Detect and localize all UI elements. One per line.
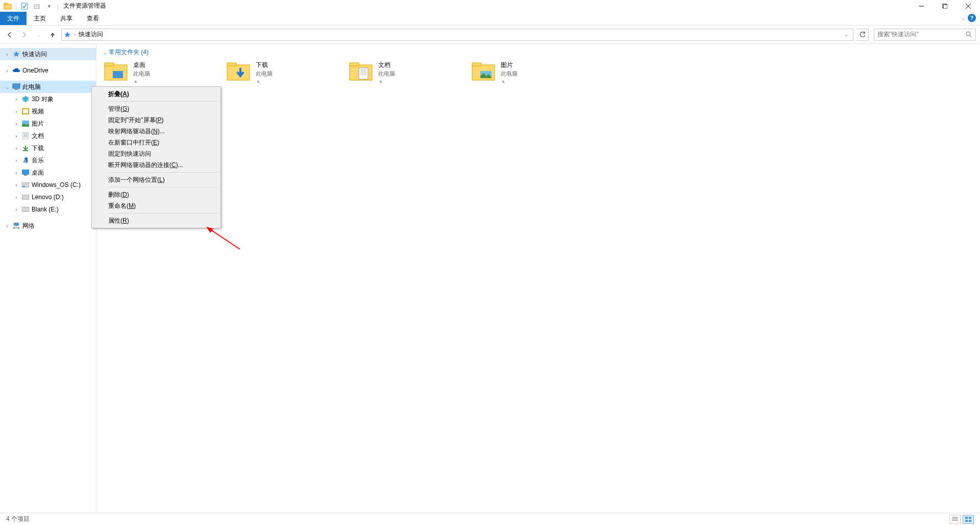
svg-rect-44 [472, 63, 481, 66]
tab-home[interactable]: 主页 [27, 12, 53, 25]
tree-network[interactable]: › 网络 [0, 220, 96, 232]
folder-name: 图片 [501, 61, 518, 69]
tree-label: Windows_OS (C:) [32, 181, 81, 188]
tree-drive-c[interactable]: › Windows_OS (C:) [0, 179, 96, 191]
tree-3d-objects[interactable]: › 3D 对象 [0, 93, 96, 105]
folder-location: 此电脑 [133, 70, 150, 78]
folder-icon [104, 61, 128, 85]
tree-label: Lenovo (D:) [32, 194, 64, 201]
search-box[interactable]: 搜索"快速访问" [874, 29, 976, 41]
app-icon [3, 2, 12, 11]
folder-icon [349, 61, 373, 85]
tree-music[interactable]: › 音乐 [0, 154, 96, 166]
expander-icon[interactable]: › [4, 68, 10, 74]
refresh-button[interactable] [856, 29, 869, 41]
ctx-open-new-window[interactable]: 在新窗口中打开(E) [93, 137, 219, 148]
tree-pictures[interactable]: › 图片 [0, 117, 96, 130]
ctx-manage[interactable]: 管理(G) [93, 103, 219, 114]
tab-share[interactable]: 共享 [53, 12, 80, 25]
svg-rect-21 [22, 170, 29, 175]
drive-icon [21, 193, 30, 201]
svg-rect-27 [14, 223, 19, 226]
folder-name: 文档 [378, 61, 395, 69]
expander-icon[interactable]: ⌵ [4, 84, 10, 90]
folder-item-pictures[interactable]: 图片 此电脑 [471, 61, 573, 86]
tree-label: 快速访问 [22, 50, 47, 59]
breadcrumb-separator: › [74, 32, 76, 37]
tree-drive-d[interactable]: › Lenovo (D:) [0, 191, 96, 203]
folder-icon [226, 61, 251, 85]
ctx-properties[interactable]: 属性(R) [93, 215, 219, 226]
tree-onedrive[interactable]: › OneDrive [0, 64, 96, 77]
view-details-button[interactable] [949, 515, 961, 524]
tree-desktop[interactable]: › 桌面 [0, 166, 96, 179]
group-header-frequent[interactable]: ⌵ 常用文件夹 (4) [104, 48, 973, 57]
svg-rect-2 [21, 3, 28, 9]
tree-drive-e[interactable]: › Blank (E:) [0, 203, 96, 216]
up-button[interactable] [47, 29, 58, 40]
help-icon[interactable]: ? [968, 14, 976, 22]
forward-button[interactable] [18, 29, 30, 40]
expander-icon[interactable]: › [4, 52, 10, 57]
minimize-button[interactable] [910, 0, 933, 12]
svg-rect-24 [22, 186, 25, 187]
tab-file[interactable]: 文件 [0, 12, 27, 25]
qat-customize-dropdown[interactable]: ▾ [44, 2, 54, 11]
search-placeholder: 搜索"快速访问" [877, 30, 919, 39]
search-icon[interactable] [966, 31, 972, 38]
ctx-pin-quick[interactable]: 固定到快速访问 [93, 148, 219, 159]
svg-rect-14 [23, 109, 28, 113]
tree-documents[interactable]: › 文档 [0, 130, 96, 142]
group-header-label: 常用文件夹 (4) [109, 48, 149, 57]
svg-rect-34 [113, 71, 123, 78]
context-menu: 折叠(A) 管理(G) 固定到"开始"屏幕(P) 映射网络驱动器(N)... 在… [91, 86, 221, 228]
svg-rect-22 [24, 175, 27, 176]
address-bar[interactable]: › 快速访问 ⌵ [61, 29, 853, 41]
ctx-add-network-location[interactable]: 添加一个网络位置(L) [93, 174, 219, 185]
qat-properties-icon[interactable] [20, 2, 29, 11]
svg-rect-54 [969, 520, 971, 522]
breadcrumb-location[interactable]: 快速访问 [79, 30, 103, 39]
video-icon [21, 107, 30, 115]
ctx-map-network[interactable]: 映射网络驱动器(N)... [93, 126, 219, 137]
tree-label: 网络 [22, 222, 35, 230]
qat-new-folder-icon[interactable] [32, 2, 41, 11]
maximize-button[interactable] [933, 0, 957, 12]
separator [108, 101, 218, 102]
tree-this-pc[interactable]: ⌵ 此电脑 [0, 81, 96, 93]
recent-dropdown[interactable]: ⌵ [33, 29, 44, 40]
ctx-disconnect-network[interactable]: 断开网络驱动器的连接(C)... [93, 159, 219, 171]
tab-view[interactable]: 查看 [80, 12, 106, 25]
ctx-delete[interactable]: 删除(D) [93, 189, 219, 200]
svg-rect-11 [13, 84, 20, 88]
svg-rect-53 [965, 520, 968, 522]
tree-label: 此电脑 [22, 83, 41, 91]
star-icon [12, 50, 20, 58]
objects3d-icon [21, 95, 30, 103]
separator [108, 213, 218, 213]
svg-rect-12 [15, 89, 18, 90]
tree-downloads[interactable]: › 下载 [0, 142, 96, 154]
folder-item-desktop[interactable]: 桌面 此电脑 [104, 61, 206, 86]
network-icon [12, 222, 20, 230]
tree-videos[interactable]: › 视频 [0, 105, 96, 117]
title-bar: | ▾ | 文件资源管理器 [0, 0, 980, 12]
ctx-pin-start[interactable]: 固定到"开始"屏幕(P) [93, 114, 219, 126]
view-large-icons-button[interactable] [963, 515, 974, 524]
ctx-collapse[interactable]: 折叠(A) [93, 88, 219, 100]
folder-item-documents[interactable]: 文档 此电脑 [349, 61, 451, 86]
pc-icon [12, 83, 20, 91]
tree-quick-access[interactable]: › 快速访问 [0, 48, 96, 60]
svg-rect-1 [4, 3, 7, 5]
ribbon-expand-icon[interactable]: ⌵ [962, 15, 965, 21]
folder-item-downloads[interactable]: 下载 此电脑 [226, 61, 328, 86]
back-button[interactable] [4, 29, 15, 40]
chevron-down-icon: ⌵ [104, 50, 107, 55]
ctx-rename[interactable]: 重命名(M) [93, 200, 219, 211]
pin-icon [256, 79, 263, 86]
address-history-dropdown[interactable]: ⌵ [842, 32, 851, 37]
close-button[interactable] [957, 0, 980, 12]
svg-rect-6 [943, 5, 947, 9]
folder-location: 此电脑 [501, 70, 518, 78]
folder-icon [471, 61, 496, 85]
